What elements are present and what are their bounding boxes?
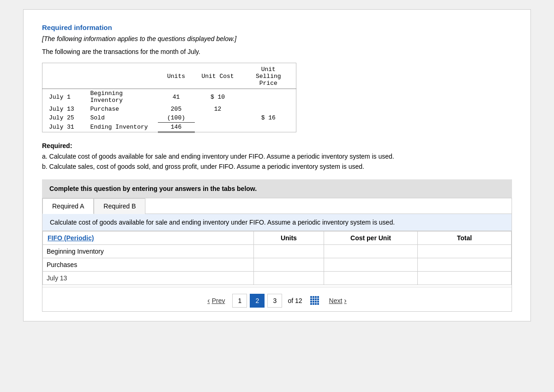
required-b: b. Calculate sales, cost of goods sold, … xyxy=(42,163,364,170)
svg-rect-1 xyxy=(313,296,314,298)
input-july13-total[interactable] xyxy=(422,273,507,283)
svg-rect-2 xyxy=(315,296,317,298)
answer-row1-units[interactable] xyxy=(253,244,324,258)
svg-rect-9 xyxy=(313,301,314,303)
svg-rect-4 xyxy=(310,298,312,300)
col-unit-cost-header: Unit Cost xyxy=(195,63,241,89)
page-2-button[interactable]: 2 xyxy=(250,294,265,308)
row3-units: (100) xyxy=(158,113,195,123)
svg-rect-0 xyxy=(310,296,312,298)
input-july13-units[interactable] xyxy=(258,273,320,283)
required-a: a. Calculate cost of goods available for… xyxy=(42,153,394,160)
tabs-row: Required A Required B xyxy=(42,198,512,214)
svg-rect-6 xyxy=(315,298,317,300)
svg-rect-8 xyxy=(310,301,312,303)
svg-rect-14 xyxy=(315,303,317,305)
prev-label: Prev xyxy=(212,297,225,304)
svg-rect-15 xyxy=(317,303,319,305)
tab-required-a[interactable]: Required A xyxy=(42,198,94,214)
answer-row-july13: July 13 xyxy=(43,271,512,285)
answer-row-beginning: Beginning Inventory xyxy=(43,244,512,258)
intro-text: The following are the transactions for t… xyxy=(42,48,512,55)
input-purchases-total[interactable] xyxy=(422,260,507,269)
answer-row3-total[interactable] xyxy=(418,271,512,285)
row1-units: 41 xyxy=(158,89,195,105)
answer-col1-header: FIFO (Periodic) xyxy=(43,231,254,244)
answer-table-section: FIFO (Periodic) Units Cost per Unit Tota… xyxy=(42,231,512,285)
answer-row-purchases: Purchases xyxy=(43,258,512,271)
row1-unit-cost: $ 10 xyxy=(195,89,241,105)
row2-desc: Purchase xyxy=(84,105,158,113)
row2-selling xyxy=(241,105,296,113)
input-beginning-total[interactable] xyxy=(422,247,507,256)
input-beginning-units[interactable] xyxy=(258,247,320,256)
next-chevron-icon: › xyxy=(344,297,346,305)
svg-rect-11 xyxy=(317,301,319,303)
answer-col3-header: Cost per Unit xyxy=(324,231,418,244)
answer-row2-cost[interactable] xyxy=(324,258,418,271)
answer-table: FIFO (Periodic) Units Cost per Unit Tota… xyxy=(42,231,512,285)
row4-selling xyxy=(241,123,296,132)
section-title: Required information xyxy=(42,24,512,31)
row2-unit-cost: 12 xyxy=(195,105,241,113)
input-beginning-cost[interactable] xyxy=(328,247,414,256)
row4-unit-cost xyxy=(195,123,241,132)
answer-row3-cost[interactable] xyxy=(324,271,418,285)
tabs-container: Required A Required B Calculate cost of … xyxy=(42,198,512,312)
answer-col2-header: Units xyxy=(253,231,324,244)
row4-date: July 31 xyxy=(42,123,84,132)
row2-units: 205 xyxy=(158,105,195,113)
page-3-button[interactable]: 3 xyxy=(267,294,282,308)
page-container: Required information [The following info… xyxy=(23,9,531,321)
answer-row3-units[interactable] xyxy=(253,271,324,285)
row3-desc: Sold xyxy=(84,113,158,123)
transaction-table: Units Unit Cost Unit Selling Price July … xyxy=(42,63,296,133)
tab-description: Calculate cost of goods available for sa… xyxy=(42,214,512,231)
required-items: a. Calculate cost of goods available for… xyxy=(42,151,512,172)
svg-rect-3 xyxy=(317,296,319,298)
pagination-bar: ‹ Prev 1 2 3 of 12 xyxy=(42,287,512,311)
next-button[interactable]: Next › xyxy=(325,294,351,308)
row4-desc: Ending Inventory xyxy=(84,123,158,132)
complete-banner: Complete this question by entering your … xyxy=(42,179,512,198)
row1-selling xyxy=(241,89,296,105)
answer-row2-total[interactable] xyxy=(418,258,512,271)
prev-chevron-icon: ‹ xyxy=(207,297,210,305)
col-units-header: Units xyxy=(158,63,195,89)
input-purchases-cost[interactable] xyxy=(328,260,414,269)
subtitle-italic: [The following information applies to th… xyxy=(42,35,512,42)
svg-rect-7 xyxy=(317,298,319,300)
row3-selling: $ 16 xyxy=(241,113,296,123)
row2-date: July 13 xyxy=(42,105,84,113)
answer-row1-total[interactable] xyxy=(418,244,512,258)
row3-date: July 25 xyxy=(42,113,84,123)
svg-rect-10 xyxy=(315,301,317,303)
row1-date: July 1 xyxy=(42,89,84,105)
answer-col4-header: Total xyxy=(418,231,512,244)
grid-icon[interactable] xyxy=(308,294,322,308)
tab-required-b[interactable]: Required B xyxy=(94,198,145,214)
col-selling-header: Unit Selling Price xyxy=(241,63,296,89)
svg-rect-12 xyxy=(310,303,312,305)
page-1-button[interactable]: 1 xyxy=(232,294,247,308)
required-section: Required: a. Calculate cost of goods ava… xyxy=(42,142,512,172)
answer-row2-label: Purchases xyxy=(43,258,254,271)
answer-row3-label: July 13 xyxy=(43,271,254,285)
input-purchases-units[interactable] xyxy=(258,260,320,269)
svg-rect-13 xyxy=(313,303,314,305)
required-label: Required: xyxy=(42,142,512,149)
answer-row2-units[interactable] xyxy=(253,258,324,271)
row4-units: 146 xyxy=(158,123,195,132)
prev-button[interactable]: ‹ Prev xyxy=(203,294,229,308)
row3-unit-cost xyxy=(195,113,241,123)
next-label: Next xyxy=(329,297,343,304)
of-text: of 12 xyxy=(288,297,302,304)
row1-desc: Beginning Inventory xyxy=(84,89,158,105)
svg-rect-5 xyxy=(313,298,314,300)
input-july13-cost[interactable] xyxy=(328,273,414,283)
answer-row1-label: Beginning Inventory xyxy=(43,244,254,258)
required-info-section: Required information [The following info… xyxy=(42,24,512,133)
answer-row1-cost[interactable] xyxy=(324,244,418,258)
